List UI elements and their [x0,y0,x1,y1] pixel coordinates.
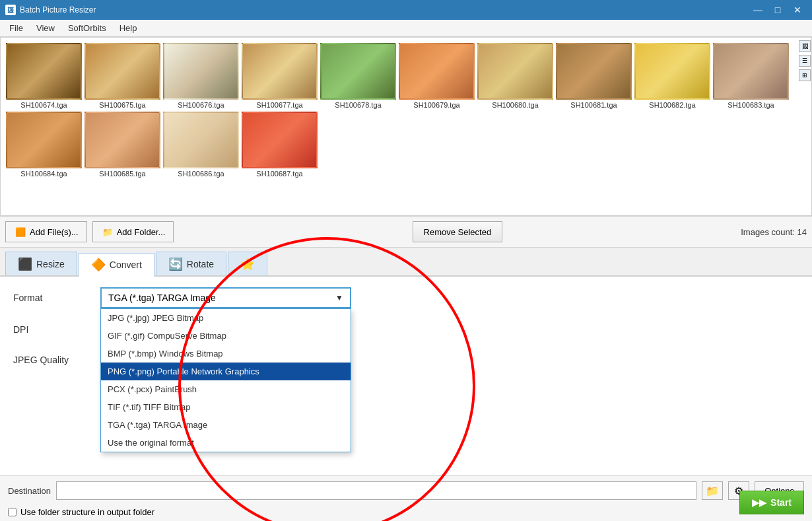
rotate-tab-icon: 🔄 [168,257,183,271]
gallery-scroll[interactable]: SH100674.tgaSH100675.tgaSH100676.tgaSH10… [1,38,811,215]
add-folder-button[interactable]: 📁 Add Folder... [92,221,174,242]
thumbnail-12 [163,112,239,168]
thumbnail-label-10: SH100684.tga [20,170,67,178]
format-option-bmp[interactable]: BMP (*.bmp) Windows Bitmap [101,345,351,363]
thumbnail-label-9: SH100683.tga [727,101,774,109]
tab-convert-label: Convert [110,260,142,270]
format-select-wrapper: TGA (*.tga) TARGA Image ▼ JPG (*.jpg) JP… [100,287,351,308]
format-option-tif[interactable]: TIF (*.tif) TIFF Bitmap [101,398,351,416]
gallery-item-12[interactable]: SH100686.tga [163,112,239,178]
thumbnail-label-5: SH100679.tga [413,101,459,109]
menu-view[interactable]: View [30,21,61,35]
gallery-item-2[interactable]: SH100676.tga [163,43,239,109]
remove-selected-button[interactable]: Remove Selected [413,221,503,242]
gallery-item-4[interactable]: SH100678.tga [320,43,396,109]
dropdown-arrow-icon: ▼ [335,293,343,302]
images-count: Images count: 14 [741,227,807,237]
thumbnail-9 [713,43,789,100]
close-button[interactable]: ✕ [788,3,807,17]
gallery-item-6[interactable]: SH100680.tga [477,43,553,109]
thumbnail-label-1: SH100675.tga [99,101,145,109]
start-button[interactable]: ▶▶ Start [739,491,804,514]
format-option-pcx[interactable]: PCX (*.pcx) PaintBrush [101,380,351,398]
app-icon: 🖼 [5,5,16,15]
tab-resize[interactable]: ⬛ Resize [5,252,77,275]
thumbnail-label-11: SH100685.tga [99,170,145,178]
dropdown-list: JPG (*.jpg) JPEG BitmapGIF (*.gif) Compu… [100,308,351,452]
gallery-item-5[interactable]: SH100679.tga [399,43,475,109]
gallery-item-9[interactable]: SH100683.tga [713,43,789,109]
toolbar-area: 🟧 Add File(s)... 📁 Add Folder... Remove … [0,216,812,248]
main-container: SH100674.tgaSH100675.tgaSH100676.tgaSH10… [0,37,812,521]
thumbnail-label-13: SH100687.tga [256,170,302,178]
destination-input[interactable] [56,481,696,500]
thumbnail-11 [85,112,160,168]
tab-rotate-label: Rotate [187,259,214,269]
thumbnail-0 [6,43,82,100]
gallery-item-1[interactable]: SH100675.tga [85,43,160,109]
menu-softorbits[interactable]: SoftOrbits [61,21,113,35]
jpeg-quality-label: JPEG Quality [13,355,92,365]
tab-enhance[interactable]: ⭐ [228,252,267,275]
maximize-button[interactable]: □ [768,3,787,17]
gallery-item-8[interactable]: SH100682.tga [634,43,710,109]
thumbnail-label-8: SH100682.tga [649,101,695,109]
format-option-png[interactable]: PNG (*.png) Portable Network Graphics [101,363,351,380]
folder-icon: 📁 [706,485,719,497]
gallery-item-11[interactable]: SH100685.tga [85,112,160,178]
gallery-item-13[interactable]: SH100687.tga [242,112,318,178]
titlebar: 🖼 Batch Picture Resizer — □ ✕ [0,0,812,20]
thumbnail-label-3: SH100677.tga [256,101,302,109]
app-title: Batch Picture Resizer [20,5,749,15]
thumbnail-8 [634,43,710,100]
tab-convert[interactable]: 🔶 Convert [79,253,154,277]
menu-help[interactable]: Help [113,21,144,35]
thumbnail-7 [556,43,632,100]
menu-file[interactable]: File [3,21,30,35]
tab-resize-label: Resize [36,259,65,269]
format-option-tga[interactable]: TGA (*.tga) TARGA Image [101,416,351,434]
thumbnail-label-2: SH100676.tga [178,101,224,109]
add-files-button[interactable]: 🟧 Add File(s)... [5,221,87,242]
thumbnail-5 [399,43,475,100]
format-label: Format [13,293,92,303]
folder-structure-row: Use folder structure in output folder [8,504,804,520]
content-area: Format TGA (*.tga) TARGA Image ▼ JPG (*.… [0,277,812,475]
thumbnail-3 [242,43,318,100]
add-files-icon: 🟧 [14,226,27,237]
gallery-item-0[interactable]: SH100674.tga [6,43,82,109]
format-option-orig[interactable]: Use the original format [101,434,351,452]
thumbnail-10 [6,112,82,168]
thumbnail-label-0: SH100674.tga [20,101,67,109]
view-list-icon[interactable]: ☰ [799,55,811,67]
tab-rotate[interactable]: 🔄 Rotate [156,252,226,275]
gallery-item-10[interactable]: SH100684.tga [6,112,82,178]
format-option-jpg[interactable]: JPG (*.jpg) JPEG Bitmap [101,309,351,327]
add-folder-icon: 📁 [101,226,114,237]
thumbnail-6 [477,43,553,100]
thumbnail-13 [242,112,318,168]
folder-structure-checkbox[interactable] [8,508,17,516]
thumbnail-label-4: SH100678.tga [335,101,381,109]
start-section: ▶▶ Start [739,491,804,514]
gallery-item-3[interactable]: SH100677.tga [242,43,318,109]
destination-folder-button[interactable]: 📁 [702,481,723,500]
format-option-gif[interactable]: GIF (*.gif) CompuServe Bitmap [101,327,351,345]
thumbnail-label-6: SH100680.tga [492,101,538,109]
format-select-display[interactable]: TGA (*.tga) TARGA Image ▼ [100,287,351,308]
view-grid-icon[interactable]: ⊞ [799,69,811,81]
thumbnail-4 [320,43,396,100]
menubar: File View SoftOrbits Help [0,20,812,37]
dpi-label: DPI [13,324,92,335]
thumbnail-2 [163,43,239,100]
tab-bar: ⬛ Resize 🔶 Convert 🔄 Rotate ⭐ [0,248,812,277]
thumbnail-label-12: SH100686.tga [178,170,224,178]
minimize-button[interactable]: — [749,3,767,17]
view-large-icon[interactable]: 🖼 [799,40,811,52]
thumbnail-label-7: SH100681.tga [570,101,617,109]
format-row: Format TGA (*.tga) TARGA Image ▼ JPG (*.… [13,287,799,308]
gallery-item-7[interactable]: SH100681.tga [556,43,632,109]
format-selected-value: TGA (*.tga) TARGA Image [108,293,216,303]
window-controls: — □ ✕ [749,3,807,17]
gallery-sidebar: 🖼 ☰ ⊞ [798,38,811,215]
